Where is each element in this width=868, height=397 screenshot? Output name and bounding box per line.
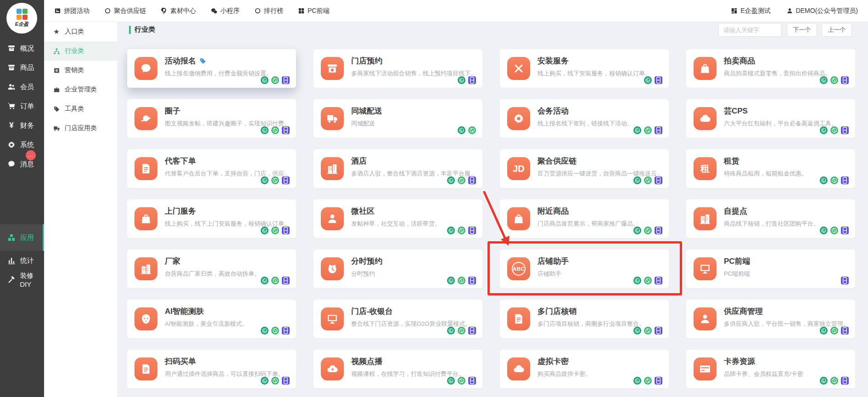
svg-text:WAP: WAP (843, 229, 847, 232)
app-card[interactable]: 供应商管理 多供应商入驻，平台统一销售，商家独立管理。 WAP (686, 300, 855, 338)
svg-text:WAP: WAP (284, 129, 288, 131)
topnav-item[interactable]: 聚合供应链 (104, 7, 146, 15)
topnav-account-item[interactable]: DEMO(公众号管理员) (786, 7, 858, 15)
app-card-title-row: 自提点 (724, 206, 849, 216)
tools-icon (507, 57, 530, 80)
sidebar-item[interactable]: 会员 (0, 77, 44, 96)
wap-badge: WAP (282, 227, 290, 234)
prev-button[interactable]: 上一个 (822, 23, 852, 37)
app-card[interactable]: PC前端 PC端前端 WAP (686, 250, 855, 288)
nearby-bag-icon (507, 207, 530, 230)
app-card-description: 多商家线下活动组合销售，线上预约项目线下... (351, 69, 474, 78)
sidebar-item[interactable]: ¥ 财务 (0, 116, 44, 135)
svg-text:WAP: WAP (284, 380, 288, 382)
section-accent-bar (129, 26, 131, 34)
category-sidebar-item[interactable]: 门店应用类 (44, 119, 117, 138)
app-card-title: 附近商品 (538, 206, 569, 216)
keyword-search-input[interactable] (718, 23, 782, 37)
link-badge (644, 126, 652, 134)
app-card-title: 虚拟卡密 (538, 356, 569, 367)
topnav-item[interactable]: 排行榜 (254, 7, 283, 15)
app-card[interactable]: 安装服务 线上购买，线下安装服务，核销确认订单。 WAP (500, 49, 669, 88)
sidebar-item[interactable]: 装修DIY (0, 270, 44, 289)
app-card[interactable]: 扫码买单 用户通过插件选择商品，可以直接扫码下单。 WAP (127, 350, 296, 388)
app-card[interactable]: 同城配送 同城配送 (314, 99, 482, 138)
topnav-account-item[interactable]: E企盈测试 (731, 7, 770, 15)
gear-icon (507, 107, 530, 130)
sidebar-item-label: 会员 (20, 83, 34, 91)
sidebar-item[interactable]: 概况 (0, 39, 44, 58)
category-sidebar-item[interactable]: 企业管理类 (44, 80, 117, 99)
app-card-title-row: 代客下单 (165, 156, 290, 166)
app-card[interactable]: 虚拟卡密 购买商品提供卡密。 WAP (500, 350, 669, 388)
app-card[interactable]: JD 聚合供应链 百万货源供应一键进货，自营商品一键推送云... WAP (500, 149, 669, 188)
category-sidebar-item[interactable]: ★ 入口类 (44, 22, 117, 41)
app-card[interactable]: 上门服务 线上购买，线下上门安装服务，核销确认订单。 WAP (127, 199, 296, 238)
auction-bag-icon (694, 57, 717, 80)
tags-icon (199, 57, 207, 65)
app-card[interactable]: AI智能测肤 AI智能测肤，美业引流新模式。 WAP (127, 300, 296, 338)
platform-badges: WAP (644, 76, 662, 84)
sidebar-item[interactable]: 系统 (0, 135, 44, 154)
app-card-title-row: 附近商品 (538, 206, 662, 216)
sidebar-item-label: 应用 (20, 233, 34, 242)
app-card[interactable]: 拍卖商品 商品拍卖模式新零售，竞拍出价得商品。 WAP (686, 49, 855, 88)
category-sidebar-item[interactable]: 营销类 (44, 61, 117, 80)
next-button[interactable]: 下一个 (787, 23, 817, 37)
scan-doc-icon (134, 357, 157, 380)
app-card[interactable]: 活动报名 线上报名缴纳费用，付费金额营销设置。 WAP (127, 49, 296, 88)
platform-badges: WAP (841, 277, 849, 284)
platform-badges: WAP (633, 227, 662, 234)
app-card[interactable]: 微社区 发帖种草，社交互动，活跃带货。 WAP (314, 199, 482, 238)
sidebar-item[interactable]: 应用 (0, 224, 44, 251)
app-card[interactable]: 门店预约 多商家线下活动组合销售，线上预约项目线下... WAP (314, 49, 482, 88)
link-badge (271, 176, 279, 184)
brand-logo-text: E企盈 (15, 21, 28, 28)
topnav-item[interactable]: 素材中心 (161, 7, 196, 15)
app-card[interactable]: 视频点播 视频课程，在线学习，打造知识付费平台。 WAP (314, 350, 482, 388)
svg-text:WAP: WAP (843, 79, 847, 81)
app-card[interactable]: 会务活动 线上报名线下签到，链接线下活动。 WAP (500, 99, 669, 138)
briefcase-icon (52, 86, 61, 93)
goods-box-icon (7, 63, 16, 72)
sidebar-item[interactable]: 商品 (0, 58, 44, 77)
app-card[interactable]: 分时预约 分时预约 WAP (314, 250, 482, 288)
svg-text:WAP: WAP (656, 380, 661, 382)
sidebar-item-label: 订单 (20, 102, 34, 111)
app-card[interactable]: 租 租赁 特殊商品租用，租期租金优惠。 WAP (686, 149, 855, 188)
category-sidebar-item[interactable]: 行业类 (44, 41, 117, 61)
category-sidebar-item-label: 工具类 (65, 105, 84, 113)
app-card[interactable]: 代客下单 代替客户在后台下单，支持自营，门店，供应... WAP (127, 149, 296, 188)
tag-icon (52, 106, 61, 113)
link-badge (468, 126, 476, 134)
topnav-item-label: 聚合供应链 (114, 7, 146, 15)
sidebar-item[interactable]: 统计 (0, 251, 44, 270)
wechat-official-badge (261, 277, 269, 284)
svg-text:WAP: WAP (470, 179, 474, 181)
app-card[interactable]: 芸CPS 六大平台红包福利，平台必备高返佣工具。 WAP (686, 99, 855, 138)
link-badge (644, 277, 652, 284)
app-card[interactable]: 附近商品 门店商品首页展示，帮商家推广爆品。 WAP (500, 199, 669, 238)
wap-badge: WAP (841, 176, 849, 184)
category-sidebar-item[interactable]: 工具类 (44, 99, 117, 119)
app-card[interactable]: 卡券资源 品牌卡券、会员权益直充/卡密 WAP (686, 350, 855, 388)
app-card[interactable]: 圈子 图文视频发帖，搭建兴趣圈子，实现知识付费。 WAP (127, 99, 296, 138)
topnav-item[interactable]: 拼团活动 (54, 7, 90, 15)
topnav-item[interactable]: 小程序 (211, 7, 240, 15)
cloud-key-icon (507, 357, 530, 380)
link-badge (458, 277, 465, 284)
app-card[interactable]: 酒店 多酒店入驻，整合线下酒店资源，丰富平台服... WAP (314, 149, 482, 188)
image-icon (54, 7, 61, 14)
app-card[interactable]: 门店-收银台 整合线下门店资源，实现O2O异业联盟模式。 WAP (314, 300, 482, 338)
app-card[interactable]: 厂家 自营商品厂家归类，高效自动拆单。 WAP (127, 250, 296, 288)
app-card[interactable]: ABC 店铺助手 店铺助手 WAP (500, 250, 669, 288)
app-card[interactable]: 多门店核销 多门店项目核销，商圈多行业项目整合。 WAP (500, 300, 669, 338)
top-navbar: 拼团活动 聚合供应链 素材中心 小程序 排行榜 PC前端 E企盈测试 (44, 0, 868, 22)
message-chat-icon (7, 160, 16, 168)
app-card[interactable]: 自提点 商品线下核销，打造社区团购平台。 WAP (686, 199, 855, 238)
sidebar-item[interactable]: 订单 (0, 96, 44, 116)
topnav-item[interactable]: PC前端 (298, 7, 329, 15)
app-card-title: 会务活动 (538, 106, 569, 116)
sidebar-item[interactable]: 消息 ... (0, 154, 44, 174)
wap-badge: WAP (282, 176, 290, 184)
